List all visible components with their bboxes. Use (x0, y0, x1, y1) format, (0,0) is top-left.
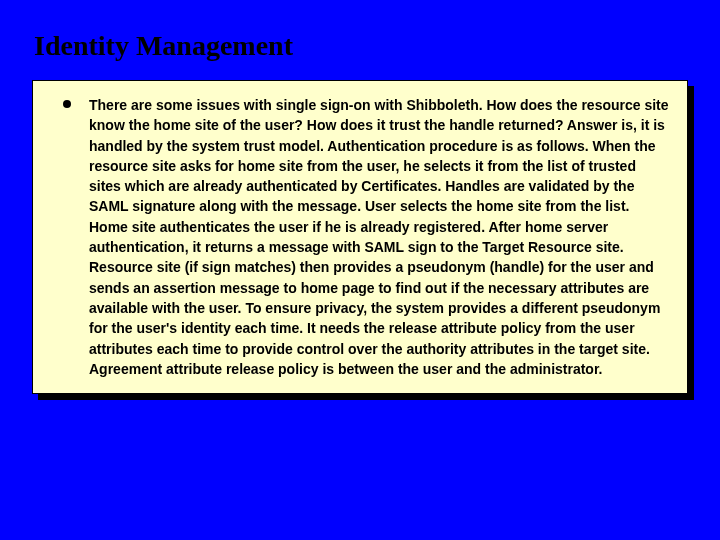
content-wrap: There are some issues with single sign-o… (32, 80, 688, 394)
bullet-icon (63, 100, 71, 108)
content-box: There are some issues with single sign-o… (32, 80, 688, 394)
slide-body-text: There are some issues with single sign-o… (89, 95, 669, 379)
slide-title: Identity Management (0, 0, 720, 80)
